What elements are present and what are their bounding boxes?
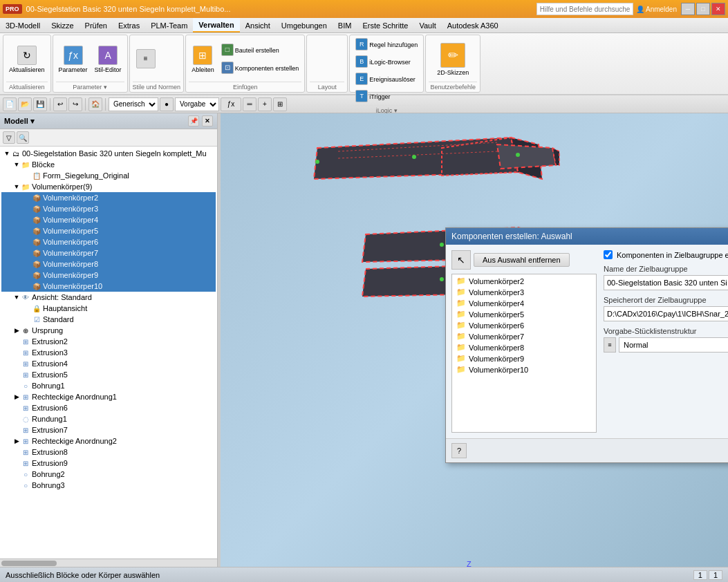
tree-item-vk4[interactable]: 📦 Volumenkörper4 [1, 214, 216, 225]
solid-item-vk3[interactable]: 📁 Volumenkörper3 [454, 287, 595, 298]
sidebar-pin-btn[interactable]: 📌 [188, 115, 199, 126]
generic-dropdown[interactable]: Generisch [109, 97, 158, 111]
tree-item-vk-group[interactable]: ▼ 📁 Volumenkörper(9) [1, 181, 216, 192]
menu-item-verwalten[interactable]: Verwalten [193, 18, 239, 32]
menu-item-ansicht[interactable]: Ansicht [240, 18, 276, 32]
solid-item-vk2[interactable]: 📁 Volumenkörper2 [454, 276, 595, 287]
tree-item-root[interactable]: ▼ 🗂 00-Siegelstation Basic 320 unten Sie… [1, 148, 216, 159]
tree-item-vk3[interactable]: 📦 Volumenkörper3 [1, 203, 216, 214]
components-in-group-checkbox[interactable] [604, 250, 613, 259]
tree-item-vk10[interactable]: 📦 Volumenkörper10 [1, 281, 216, 292]
name-input[interactable] [604, 275, 728, 290]
tree-item-extrusion9[interactable]: ⊞ Extrusion9 [1, 458, 216, 469]
save-btn[interactable]: 💾 [33, 97, 47, 111]
menu-item-3d-modell[interactable]: 3D-Modell [0, 18, 46, 32]
ereignisausloeser-button[interactable]: E Ereignisauslöser [353, 71, 418, 88]
menu-item-umgebungen[interactable]: Umgebungen [276, 18, 333, 32]
home-btn[interactable]: 🏠 [88, 97, 102, 111]
menu-item-extras[interactable]: Extras [113, 18, 145, 32]
aktualisieren-button[interactable]: ↻ Aktualisieren [6, 44, 48, 75]
tree-item-bloecke[interactable]: ▼ 📁 Blöcke [1, 159, 216, 170]
stil-editor-button[interactable]: A Stil-Editor [92, 44, 124, 75]
tree-item-extrusion8[interactable]: ⊞ Extrusion8 [1, 447, 216, 458]
dialog-help-button[interactable]: ? [451, 443, 467, 458]
tree-item-bohrung2[interactable]: ○ Bohrung2 [1, 469, 216, 480]
solid-item-vk6[interactable]: 📁 Volumenkörper6 [454, 320, 595, 331]
redo-btn[interactable]: ↪ [68, 97, 82, 111]
tree-toggle-bloecke[interactable]: ▼ [12, 160, 21, 169]
plus-btn[interactable]: + [258, 97, 272, 111]
solid-list[interactable]: 📁 Volumenkörper2 📁 Volumenkörper3 📁 Volu… [451, 274, 597, 433]
tree-item-rechteckige2[interactable]: ▶ ⊞ Rechteckige Anordnung2 [1, 435, 216, 447]
tree-toggle-form[interactable] [24, 171, 32, 180]
solid-item-vk9[interactable]: 📁 Volumenkörper9 [454, 353, 595, 364]
menu-item-skizze[interactable]: Skizze [46, 18, 79, 32]
maximize-button[interactable]: □ [696, 3, 710, 15]
tree-item-vk5[interactable]: 📦 Volumenkörper5 [1, 225, 216, 236]
open-btn[interactable]: 📂 [18, 97, 32, 111]
minimize-button[interactable]: ─ [681, 3, 695, 15]
tree-item-hauptansicht[interactable]: 🔒 Hauptansicht [1, 303, 216, 314]
solid-item-vk8[interactable]: 📁 Volumenkörper8 [454, 342, 595, 353]
tree-item-vk7[interactable]: 📦 Volumenkörper7 [1, 247, 216, 259]
remove-from-selection-button[interactable]: Aus Auswahl entfernen [474, 253, 570, 267]
tree-toggle-vk2[interactable] [24, 194, 32, 202]
regel-hinzufuegen-button[interactable]: R Regel hinzufügen [353, 37, 420, 53]
speicherort-input[interactable] [604, 306, 728, 321]
tree-item-ursprung[interactable]: ▶ ⊕ Ursprung [1, 325, 216, 336]
sidebar-hscroll[interactable] [0, 558, 217, 567]
menu-item-autodesk-a360[interactable]: Autodesk A360 [442, 18, 504, 32]
tree-item-bohrung1[interactable]: ○ Bohrung1 [1, 380, 216, 391]
tree-item-extrusion3[interactable]: ⊞ Extrusion3 [1, 347, 216, 358]
bauteil-erstellen-button[interactable]: □ Bauteil erstellen [218, 42, 302, 59]
stile-normen-button[interactable]: ≡ [133, 48, 159, 71]
tree-item-extrusion5[interactable]: ⊞ Extrusion5 [1, 369, 216, 380]
komponenten-erstellen-button[interactable]: ⊡ Komponenten erstellen [218, 60, 302, 77]
close-button[interactable]: ✕ [711, 3, 725, 15]
solid-item-vk4[interactable]: 📁 Volumenkörper4 [454, 298, 595, 309]
menu-item-erste-schritte[interactable]: Erste Schritte [357, 18, 413, 32]
tree-item-extrusion6[interactable]: ⊞ Extrusion6 [1, 402, 216, 413]
menu-item-vault[interactable]: Vault [413, 18, 441, 32]
measure-btn[interactable]: ═ [243, 97, 256, 111]
menu-item-bim[interactable]: BIM [333, 18, 357, 32]
cursor-btn[interactable]: ↖ [451, 250, 471, 270]
tree-item-vk9[interactable]: 📦 Volumenkörper9 [1, 270, 216, 281]
tree-item-rechteckige1[interactable]: ▶ ⊞ Rechteckige Anordnung1 [1, 391, 216, 402]
dot-btn[interactable]: ● [160, 97, 174, 111]
viewport[interactable]: X Z Y Komponenten erstellen: Auswahl ✕ ↖ [221, 113, 728, 567]
solid-item-vk5[interactable]: 📁 Volumenkörper5 [454, 309, 595, 320]
tree-toggle-root[interactable]: ▼ [3, 149, 11, 158]
solid-item-vk10[interactable]: 📁 Volumenkörper10 [454, 364, 595, 375]
ilogic-browser-button[interactable]: B iLogic-Browser [353, 54, 413, 71]
2d-skizzen-button[interactable]: ✏ 2D-Skizzen [434, 41, 472, 77]
menu-item-plm-team[interactable]: PLM-Team [145, 18, 193, 32]
tree-item-vk8[interactable]: 📦 Volumenkörper8 [1, 259, 216, 270]
vorgabe-dropdown[interactable]: Vorgabe [175, 97, 219, 111]
tree-item-form-siegelung[interactable]: 📋 Form_Siegelung_Original [1, 170, 216, 181]
tree-item-vk6[interactable]: 📦 Volumenkörper6 [1, 236, 216, 247]
menu-item-pruefen[interactable]: Prüfen [80, 18, 113, 32]
tree-item-bohrung3[interactable]: ○ Bohrung3 [1, 480, 216, 491]
tree-toggle-vk-group[interactable]: ▼ [12, 182, 21, 191]
hscroll-thumb[interactable] [1, 561, 57, 566]
new-btn[interactable]: 📄 [3, 97, 17, 111]
parameter-button[interactable]: ƒx Parameter [56, 44, 91, 75]
filter-btn[interactable]: ▽ [3, 131, 15, 144]
stuckliste-dropdown[interactable]: Normal Kaufteil Phantombaugruppe Referen… [619, 337, 728, 353]
tree-item-extrusion2[interactable]: ⊞ Extrusion2 [1, 336, 216, 347]
help-search-input[interactable] [536, 3, 633, 15]
tree-item-ansicht[interactable]: ▼ 👁 Ansicht: Standard [1, 292, 216, 303]
tree-item-extrusion4[interactable]: ⊞ Extrusion4 [1, 358, 216, 369]
tree-item-vk2[interactable]: 📦 Volumenkörper2 [1, 192, 216, 203]
tree-item-standard[interactable]: ☑ Standard [1, 314, 216, 325]
search-btn[interactable]: 🔍 [17, 131, 29, 144]
fx-btn[interactable]: ƒx [221, 97, 241, 111]
tree-item-extrusion7[interactable]: ⊞ Extrusion7 [1, 424, 216, 435]
itrigger-button[interactable]: T iTrigger [353, 88, 393, 105]
arrow-btn[interactable]: ⊞ [273, 97, 287, 111]
solid-item-vk7[interactable]: 📁 Volumenkörper7 [454, 331, 595, 342]
sidebar-close-btn[interactable]: ✕ [202, 115, 213, 126]
undo-btn[interactable]: ↩ [53, 97, 67, 111]
tree-item-rundung1[interactable]: ◌ Rundung1 [1, 413, 216, 424]
